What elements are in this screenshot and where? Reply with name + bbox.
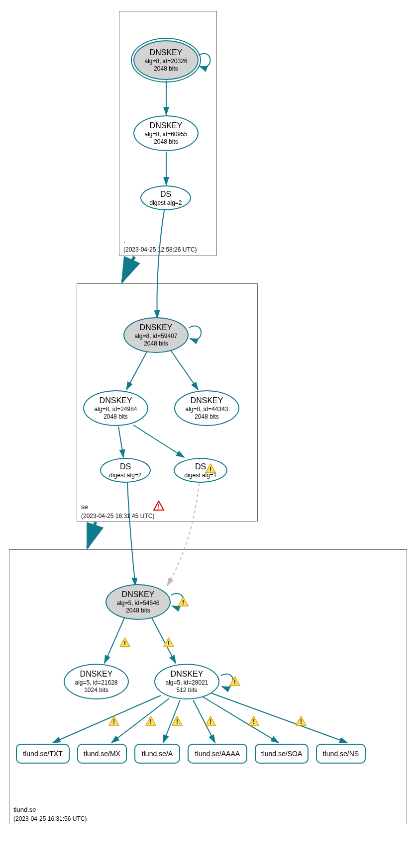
- node-tlund-zsk2-sub2: 512 bits: [176, 687, 197, 694]
- warning-icon: !: [229, 676, 240, 686]
- svg-text:!: !: [253, 718, 255, 725]
- node-se-zsk2-sub: alg=8, id=44343: [185, 406, 228, 413]
- leaf-txt: tlund.se/TXT: [16, 744, 70, 764]
- edges-layer: [0, 0, 416, 868]
- node-tlund-zsk2: DNSKEY alg=5, id=28021 512 bits: [154, 664, 219, 699]
- svg-text:!: !: [124, 640, 126, 647]
- leaf-soa-label: tlund.se/SOA: [261, 750, 303, 758]
- node-se-ds2: DS digest alg=1: [174, 458, 227, 483]
- node-root-zsk-sub2: 2048 bits: [154, 138, 178, 146]
- node-se-ds2-title: DS: [195, 462, 206, 472]
- node-root-ksk-title: DNSKEY: [150, 48, 183, 58]
- svg-text:!: !: [113, 718, 115, 725]
- node-tlund-zsk1-sub: alg=5, id=21628: [75, 679, 117, 687]
- node-tlund-ksk: DNSKEY alg=5, id=54546 2048 bits: [105, 584, 171, 620]
- svg-text:!: !: [300, 718, 302, 725]
- svg-text:!: !: [158, 503, 160, 510]
- svg-text:!: !: [209, 718, 211, 725]
- warning-icon: !: [205, 716, 216, 726]
- node-se-zsk1: DNSKEY alg=8, id=24984 2048 bits: [83, 390, 148, 426]
- node-se-ds1-sub: digest alg=2: [109, 472, 141, 479]
- node-se-ds1: DS digest alg=2: [100, 458, 151, 483]
- svg-text:!: !: [209, 466, 211, 473]
- svg-text:!: !: [176, 718, 178, 725]
- node-root-zsk-sub: alg=8, id=60955: [144, 131, 187, 138]
- svg-text:!: !: [168, 640, 170, 647]
- node-root-zsk: DNSKEY alg=8, id=60955 2048 bits: [133, 115, 199, 151]
- node-se-ksk-sub2: 2048 bits: [144, 340, 168, 347]
- warning-icon: !: [145, 716, 156, 726]
- node-root-ksk: DNSKEY alg=8, id=20326 2048 bits: [133, 40, 199, 80]
- error-icon: !: [153, 501, 164, 511]
- node-tlund-zsk1-title: DNSKEY: [80, 669, 113, 679]
- node-root-ds-sub: digest alg=2: [149, 199, 182, 207]
- node-root-ds-title: DS: [160, 189, 171, 199]
- node-tlund-zsk1: DNSKEY alg=5, id=21628 1024 bits: [64, 664, 129, 699]
- node-root-ksk-sub2: 2048 bits: [154, 65, 178, 73]
- node-root-zsk-title: DNSKEY: [150, 121, 183, 131]
- node-tlund-ksk-title: DNSKEY: [122, 590, 155, 600]
- node-tlund-zsk2-sub: alg=5, id=28021: [165, 679, 208, 687]
- node-root-ksk-sub: alg=8, id=20326: [144, 58, 187, 65]
- warning-icon: !: [296, 716, 307, 726]
- leaf-soa: tlund.se/SOA: [255, 744, 309, 764]
- node-se-ksk-sub: alg=8, id=59407: [134, 333, 177, 340]
- leaf-aaaa: tlund.se/AAAA: [188, 744, 247, 764]
- node-se-zsk2-sub2: 2048 bits: [195, 413, 219, 421]
- leaf-txt-label: tlund.se/TXT: [23, 750, 62, 758]
- leaf-a-label: tlund.se/A: [142, 750, 173, 758]
- warning-icon: !: [248, 716, 259, 726]
- warning-icon: !: [119, 637, 130, 647]
- node-se-zsk1-title: DNSKEY: [100, 396, 132, 406]
- warning-icon: !: [178, 597, 189, 607]
- node-se-ksk: DNSKEY alg=8, id=59407 2048 bits: [123, 317, 189, 353]
- svg-text:!: !: [150, 718, 152, 725]
- leaf-mx-label: tlund.se/MX: [84, 750, 120, 758]
- leaf-ns: tlund.se/NS: [316, 744, 366, 764]
- leaf-aaaa-label: tlund.se/AAAA: [195, 750, 240, 758]
- node-root-ds: DS digest alg=2: [140, 185, 191, 210]
- node-se-zsk2: DNSKEY alg=8, id=44343 2048 bits: [174, 390, 239, 426]
- warning-icon: !: [163, 637, 174, 647]
- leaf-mx: tlund.se/MX: [77, 744, 127, 764]
- node-tlund-zsk1-sub2: 1024 bits: [84, 687, 108, 694]
- warning-icon: !: [172, 716, 183, 726]
- node-tlund-ksk-sub: alg=5, id=54546: [116, 600, 159, 607]
- node-se-zsk2-title: DNSKEY: [191, 396, 223, 406]
- node-se-zsk1-sub: alg=8, id=24984: [94, 406, 137, 413]
- leaf-a: tlund.se/A: [134, 744, 180, 764]
- warning-icon: !: [205, 463, 216, 473]
- node-se-zsk1-sub2: 2048 bits: [104, 413, 128, 421]
- node-se-ksk-title: DNSKEY: [140, 323, 173, 333]
- node-tlund-ksk-sub2: 2048 bits: [126, 607, 150, 614]
- warning-icon: !: [108, 716, 119, 726]
- node-tlund-zsk2-title: DNSKEY: [171, 669, 204, 679]
- svg-text:!: !: [182, 599, 184, 606]
- leaf-ns-label: tlund.se/NS: [323, 750, 359, 758]
- node-se-ds1-title: DS: [120, 462, 131, 472]
- svg-text:!: !: [234, 679, 236, 686]
